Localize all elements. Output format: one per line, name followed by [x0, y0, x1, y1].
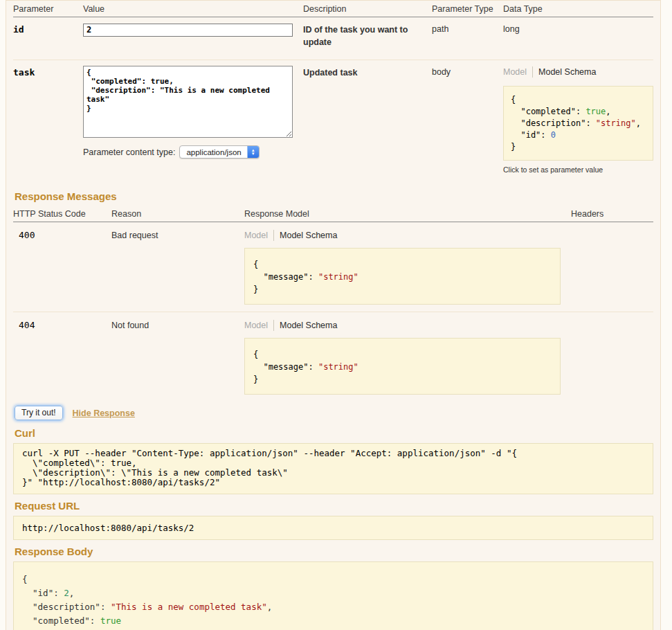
data-type-id: long	[503, 23, 653, 48]
tab-divider	[532, 66, 533, 78]
content-type-select[interactable]: application/json ▲▼	[179, 145, 259, 159]
content-type-selected-value: application/json	[180, 148, 246, 156]
col-parameter: Parameter	[13, 4, 83, 14]
reason-400: Bad request	[111, 229, 244, 305]
param-type-id: path	[432, 23, 503, 48]
response-body-title: Response Body	[15, 546, 653, 557]
request-url-title: Request URL	[15, 500, 653, 512]
tab-divider	[273, 230, 274, 241]
param-type-task: body	[432, 66, 503, 174]
responses-header-row: HTTP Status Code Reason Response Model H…	[13, 206, 653, 222]
curl-box: curl -X PUT --header "Content-Type: appl…	[13, 443, 653, 494]
schema-click-hint: Click to set as parameter value	[503, 165, 653, 174]
task-model-schema-snippet[interactable]: { "completed": true, "description": "str…	[503, 86, 653, 161]
col-http-status-code: HTTP Status Code	[13, 209, 111, 219]
col-parameter-type: Parameter Type	[432, 4, 503, 14]
request-url-box: http://localhost:8080/api/tasks/2	[13, 516, 653, 540]
model-tab[interactable]: Model	[503, 67, 527, 77]
model-tabs: Model Model Schema	[503, 66, 653, 78]
col-data-type: Data Type	[503, 4, 653, 14]
model-schema-tab[interactable]: Model Schema	[538, 67, 596, 77]
param-description-id: ID of the task you want to update	[303, 23, 432, 48]
col-description: Description	[303, 4, 432, 14]
task-value-textarea[interactable]: { "completed": true, "description": "Thi…	[83, 66, 293, 138]
param-row-task: task { "completed": true, "description":…	[13, 60, 653, 185]
col-value: Value	[83, 4, 303, 14]
response-row-404: 404 Not found Model Model Schema { "mess…	[13, 312, 653, 402]
model-schema-tab-400[interactable]: Model Schema	[280, 231, 337, 240]
param-row-id: id ID of the task you want to update pat…	[13, 17, 653, 60]
select-stepper-icon: ▲▼	[247, 145, 259, 159]
response-messages-title: Response Messages	[15, 190, 653, 202]
actions-row: Try it out! Hide Response	[15, 406, 653, 420]
col-response-model: Response Model	[244, 209, 571, 219]
model-tabs-400: Model Model Schema	[244, 229, 571, 241]
model-tab-400[interactable]: Model	[244, 231, 268, 240]
reason-404: Not found	[111, 319, 244, 395]
param-description-task: Updated task	[303, 66, 432, 174]
try-it-out-button[interactable]: Try it out!	[15, 406, 63, 420]
tab-divider	[273, 320, 274, 331]
response-schema-snippet-400: { "message": "string"}	[244, 248, 561, 305]
operation-content-panel: Parameter Value Description Parameter Ty…	[6, 0, 661, 630]
status-code-404: 404	[13, 319, 111, 395]
hide-response-link[interactable]: Hide Response	[73, 408, 135, 418]
response-schema-snippet-404: { "message": "string"}	[244, 338, 561, 395]
curl-title: Curl	[15, 427, 653, 439]
model-tab-404[interactable]: Model	[244, 321, 268, 330]
curl-command: curl -X PUT --header "Content-Type: appl…	[22, 449, 644, 487]
col-headers: Headers	[571, 209, 653, 219]
parameters-header-row: Parameter Value Description Parameter Ty…	[13, 2, 653, 17]
content-type-label: Parameter content type:	[83, 147, 175, 157]
col-reason: Reason	[111, 209, 244, 219]
param-name-id: id	[13, 23, 83, 48]
model-tabs-404: Model Model Schema	[244, 319, 571, 331]
model-schema-tab-404[interactable]: Model Schema	[280, 321, 337, 330]
response-row-400: 400 Bad request Model Model Schema { "me…	[13, 222, 653, 312]
id-value-input[interactable]	[83, 24, 293, 37]
response-body-box: { "id": 2, "description": "This is a new…	[13, 561, 653, 630]
status-code-400: 400	[13, 229, 111, 305]
param-name-task: task	[13, 66, 83, 174]
